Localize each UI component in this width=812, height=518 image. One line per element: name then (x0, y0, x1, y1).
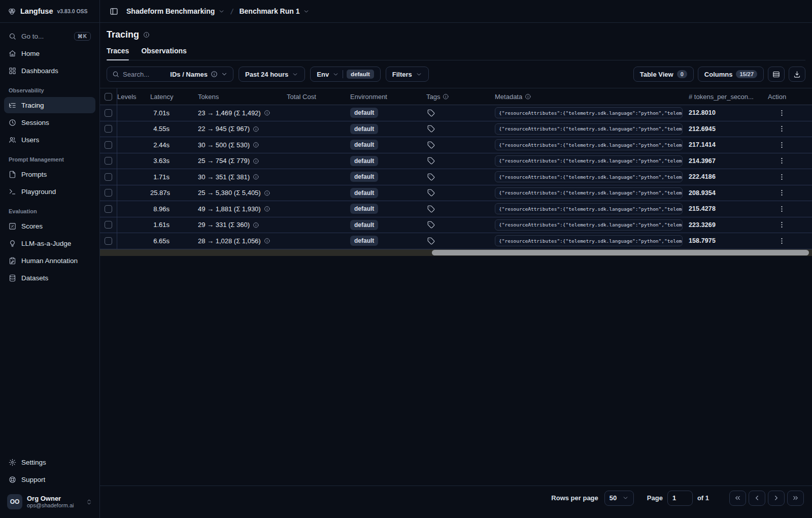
sidebar-item-prompts[interactable]: Prompts (4, 166, 95, 182)
row-checkbox[interactable] (105, 157, 112, 165)
row-actions-menu-icon[interactable] (775, 155, 788, 167)
metadata-value[interactable]: {"resourceAttributes":{"telemetry.sdk.la… (495, 171, 683, 182)
tags-cell[interactable] (426, 157, 495, 165)
info-icon[interactable] (253, 126, 259, 133)
row-height-button[interactable] (768, 67, 785, 82)
info-icon[interactable] (264, 110, 270, 116)
search-box[interactable]: IDs / Names (107, 67, 233, 82)
user-menu[interactable]: OO Org Owner ops@shadeform.ai (4, 492, 95, 512)
sidebar-item-goto[interactable]: Go to... ⌘K (4, 28, 95, 44)
tags-cell[interactable] (426, 237, 495, 245)
tags-cell[interactable] (426, 221, 495, 229)
row-actions-menu-icon[interactable] (775, 235, 788, 247)
tags-cell[interactable] (426, 125, 495, 133)
export-button[interactable] (789, 67, 805, 82)
sidebar-item-settings[interactable]: Settings (4, 454, 95, 470)
sidebar-item-playground[interactable]: Playground (4, 183, 95, 200)
metadata-value[interactable]: {"resourceAttributes":{"telemetry.sdk.la… (495, 139, 683, 150)
info-icon[interactable] (264, 206, 270, 212)
info-icon[interactable] (264, 190, 270, 197)
row-actions-menu-icon[interactable] (775, 187, 788, 199)
column-header-tokens[interactable]: Tokens (198, 93, 287, 101)
row-checkbox[interactable] (105, 173, 112, 181)
metadata-value[interactable]: {"resourceAttributes":{"telemetry.sdk.la… (495, 123, 683, 135)
sidebar-item-sessions[interactable]: Sessions (4, 114, 95, 131)
breadcrumb-org-dropdown[interactable]: Shadeform Benchmarking (126, 7, 225, 15)
table-row[interactable]: 2.44s 30 → 500 (Σ 530) default {"resourc… (100, 137, 812, 153)
sidebar-toggle-button[interactable] (107, 5, 120, 18)
info-icon[interactable] (264, 238, 270, 244)
sidebar-item-home[interactable]: Home (4, 45, 95, 61)
row-actions-menu-icon[interactable] (775, 123, 788, 135)
metadata-value[interactable]: {"resourceAttributes":{"telemetry.sdk.la… (495, 235, 683, 246)
row-checkbox[interactable] (105, 205, 112, 213)
column-header-tokens-per-second[interactable]: # tokens_per_secon... (689, 93, 768, 101)
sidebar-item-datasets[interactable]: Datasets (4, 270, 95, 286)
row-actions-menu-icon[interactable] (775, 107, 788, 119)
time-range-dropdown[interactable]: Past 24 hours (239, 67, 305, 82)
sidebar-item-human-annotation[interactable]: Human Annotation (4, 252, 95, 269)
tab-traces[interactable]: Traces (107, 47, 129, 60)
column-header-tags[interactable]: Tags (426, 93, 495, 101)
column-header-latency[interactable]: Latency (150, 93, 198, 101)
row-actions-menu-icon[interactable] (775, 219, 788, 231)
metadata-value[interactable]: {"resourceAttributes":{"telemetry.sdk.la… (495, 107, 683, 118)
info-icon[interactable] (253, 158, 259, 165)
page-number-input[interactable] (667, 491, 693, 506)
sidebar-item-tracing[interactable]: Tracing (4, 97, 95, 113)
row-actions-menu-icon[interactable] (775, 203, 788, 215)
row-checkbox[interactable] (105, 189, 112, 197)
first-page-button[interactable] (729, 491, 746, 506)
table-view-button[interactable]: Table View 0 (633, 67, 694, 82)
info-icon[interactable] (143, 31, 150, 38)
sidebar-item-scores[interactable]: Scores (4, 218, 95, 234)
tags-cell[interactable] (426, 141, 495, 149)
table-row[interactable]: 8.96s 49 → 1,881 (Σ 1,930) default {"res… (100, 201, 812, 217)
column-header-metadata[interactable]: Metadata (495, 93, 689, 101)
column-header-environment[interactable]: Environment (350, 93, 426, 101)
metadata-value[interactable]: {"resourceAttributes":{"telemetry.sdk.la… (495, 155, 683, 167)
env-filter-dropdown[interactable]: Env default (310, 67, 381, 82)
sidebar-item-support[interactable]: Support (4, 471, 95, 488)
tags-cell[interactable] (426, 109, 495, 117)
column-header-levels[interactable]: Levels (117, 93, 150, 101)
metadata-value[interactable]: {"resourceAttributes":{"telemetry.sdk.la… (495, 187, 683, 199)
tab-observations[interactable]: Observations (141, 47, 186, 60)
table-row[interactable]: 7.01s 23 → 1,469 (Σ 1,492) default {"res… (100, 105, 812, 121)
row-actions-menu-icon[interactable] (775, 171, 788, 183)
horizontal-scrollbar-thumb[interactable] (432, 250, 809, 255)
breadcrumb-project-dropdown[interactable]: Benchmark Run 1 (239, 7, 310, 15)
column-header-total-cost[interactable]: Total Cost (287, 93, 350, 101)
rows-per-page-select[interactable]: 50 (604, 491, 634, 506)
info-icon[interactable] (253, 222, 259, 229)
next-page-button[interactable] (768, 491, 785, 506)
table-row[interactable]: 3.63s 25 → 754 (Σ 779) default {"resourc… (100, 153, 812, 170)
row-checkbox[interactable] (105, 237, 112, 245)
tags-cell[interactable] (426, 205, 495, 213)
tags-cell[interactable] (426, 173, 495, 181)
filters-dropdown[interactable]: Filters (386, 67, 429, 82)
sidebar-item-llm-as-a-judge[interactable]: LLM-as-a-Judge (4, 235, 95, 251)
info-icon[interactable] (253, 174, 259, 180)
select-all-checkbox[interactable] (105, 93, 112, 101)
row-checkbox[interactable] (105, 221, 112, 229)
sidebar-item-users[interactable]: Users (4, 132, 95, 148)
table-row[interactable]: 25.87s 25 → 5,380 (Σ 5,405) default {"re… (100, 185, 812, 202)
columns-button[interactable]: Columns 15/27 (698, 67, 764, 82)
row-checkbox[interactable] (105, 125, 112, 133)
sidebar-item-dashboards[interactable]: Dashboards (4, 62, 95, 79)
row-actions-menu-icon[interactable] (775, 139, 788, 151)
table-row[interactable]: 1.71s 30 → 351 (Σ 381) default {"resourc… (100, 169, 812, 185)
search-input[interactable] (123, 71, 164, 78)
search-mode-dropdown[interactable]: IDs / Names (170, 71, 228, 78)
metadata-value[interactable]: {"resourceAttributes":{"telemetry.sdk.la… (495, 203, 683, 214)
row-checkbox[interactable] (105, 109, 112, 117)
metadata-value[interactable]: {"resourceAttributes":{"telemetry.sdk.la… (495, 219, 683, 231)
tags-cell[interactable] (426, 189, 495, 197)
table-row[interactable]: 4.55s 22 → 945 (Σ 967) default {"resourc… (100, 121, 812, 138)
previous-page-button[interactable] (749, 491, 765, 506)
info-icon[interactable] (253, 142, 259, 148)
row-checkbox[interactable] (105, 141, 112, 149)
table-row[interactable]: 6.65s 28 → 1,028 (Σ 1,056) default {"res… (100, 233, 812, 249)
table-row[interactable]: 1.61s 29 → 331 (Σ 360) default {"resourc… (100, 217, 812, 234)
